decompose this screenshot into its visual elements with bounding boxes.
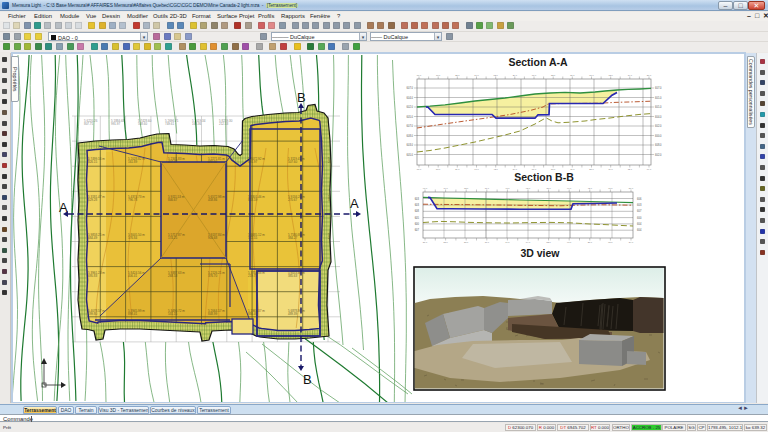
svg-text:3D view: 3D view xyxy=(520,247,560,259)
svg-text:384.27: 384.27 xyxy=(288,236,298,240)
svg-text:72.0: 72.0 xyxy=(628,168,633,170)
svg-text:684.49: 684.49 xyxy=(88,236,98,240)
svg-text:42.0: 42.0 xyxy=(494,168,499,170)
svg-text:5 9758.57 m: 5 9758.57 m xyxy=(328,309,345,313)
svg-text:603: 603 xyxy=(415,197,420,201)
svg-text:600.0: 600.0 xyxy=(655,134,662,138)
svg-text:531.15: 531.15 xyxy=(168,312,178,316)
svg-text:600: 600 xyxy=(637,216,642,220)
svg-text:25.0: 25.0 xyxy=(589,168,594,170)
svg-text:326.15: 326.15 xyxy=(88,160,98,164)
svg-text:B: B xyxy=(297,90,306,105)
svg-text:70.0: 70.0 xyxy=(570,168,575,170)
svg-text:82.0: 82.0 xyxy=(494,74,499,76)
svg-text:603: 603 xyxy=(637,203,642,207)
svg-text:38.0: 38.0 xyxy=(588,241,593,243)
svg-text:29.0: 29.0 xyxy=(455,168,460,170)
svg-text:74.0: 74.0 xyxy=(526,241,531,243)
svg-text:898.41: 898.41 xyxy=(128,312,138,316)
svg-text:385.63: 385.63 xyxy=(288,274,298,278)
svg-text:602.0: 602.0 xyxy=(407,105,414,109)
svg-text:508.60: 508.60 xyxy=(138,122,148,126)
svg-text:991.97: 991.97 xyxy=(111,122,121,126)
svg-text:56.0: 56.0 xyxy=(570,74,575,76)
svg-text:34.0: 34.0 xyxy=(629,241,634,243)
svg-text:16.0: 16.0 xyxy=(436,74,441,76)
svg-text:24.0: 24.0 xyxy=(609,168,614,170)
svg-text:604.0: 604.0 xyxy=(407,96,414,100)
svg-text:31.0: 31.0 xyxy=(423,241,428,243)
svg-text:458.86: 458.86 xyxy=(208,198,218,202)
svg-text:606: 606 xyxy=(637,197,642,201)
svg-text:76.0: 76.0 xyxy=(608,187,613,189)
svg-text:686.50: 686.50 xyxy=(208,160,218,164)
svg-text:88.0: 88.0 xyxy=(589,74,594,76)
svg-text:88.0: 88.0 xyxy=(608,241,613,243)
svg-text:286.43: 286.43 xyxy=(328,236,338,240)
svg-text:52.0: 52.0 xyxy=(546,241,551,243)
svg-text:603: 603 xyxy=(415,203,420,207)
svg-text:604: 604 xyxy=(637,222,642,226)
svg-text:605.0: 605.0 xyxy=(407,115,414,119)
svg-text:886.46: 886.46 xyxy=(248,312,258,316)
svg-text:B: B xyxy=(303,372,312,387)
svg-text:54.0: 54.0 xyxy=(513,168,518,170)
svg-text:602.0: 602.0 xyxy=(655,153,662,157)
svg-text:280.29: 280.29 xyxy=(328,160,338,164)
svg-text:600: 600 xyxy=(415,222,420,226)
svg-text:608.0: 608.0 xyxy=(407,134,414,138)
svg-text:168.36: 168.36 xyxy=(192,122,202,126)
svg-text:603.0: 603.0 xyxy=(407,143,414,147)
svg-text:87.0: 87.0 xyxy=(532,168,537,170)
svg-text:691.97: 691.97 xyxy=(248,160,258,164)
svg-text:376.70: 376.70 xyxy=(208,274,218,278)
svg-text:56.0: 56.0 xyxy=(551,168,556,170)
svg-text:338.11: 338.11 xyxy=(328,198,337,202)
svg-text:98.0: 98.0 xyxy=(423,187,428,189)
svg-text:807.75: 807.75 xyxy=(84,122,94,126)
svg-text:604: 604 xyxy=(637,228,642,232)
svg-text:407.77: 407.77 xyxy=(168,160,178,164)
svg-text:174.25: 174.25 xyxy=(168,236,178,240)
svg-text:604.0: 604.0 xyxy=(655,115,662,119)
svg-text:A: A xyxy=(59,200,68,215)
svg-text:A: A xyxy=(350,196,359,211)
svg-text:749.61: 749.61 xyxy=(165,122,175,126)
svg-text:796.78: 796.78 xyxy=(128,198,138,202)
svg-text:601.0: 601.0 xyxy=(655,96,662,100)
svg-text:608.0: 608.0 xyxy=(655,143,662,147)
svg-text:19.0: 19.0 xyxy=(628,74,633,76)
svg-text:91.0: 91.0 xyxy=(567,241,572,243)
svg-text:916.68: 916.68 xyxy=(208,236,218,240)
svg-text:268.53: 268.53 xyxy=(168,274,178,278)
svg-text:724.82: 724.82 xyxy=(328,312,338,316)
svg-text:38.0: 38.0 xyxy=(464,241,469,243)
svg-text:99.0: 99.0 xyxy=(567,187,572,189)
svg-text:48.0: 48.0 xyxy=(505,187,510,189)
svg-text:161.89: 161.89 xyxy=(128,160,138,164)
svg-text:92.0: 92.0 xyxy=(526,187,531,189)
svg-text:607: 607 xyxy=(637,209,642,213)
svg-text:79.0: 79.0 xyxy=(505,241,510,243)
svg-text:605: 605 xyxy=(415,216,420,220)
svg-text:Section A-A: Section A-A xyxy=(508,56,568,68)
svg-text:21.0: 21.0 xyxy=(546,187,551,189)
svg-text:608: 608 xyxy=(415,209,420,213)
svg-text:23.0: 23.0 xyxy=(455,74,460,76)
svg-text:507.60: 507.60 xyxy=(288,160,298,164)
svg-text:833.59: 833.59 xyxy=(248,198,258,202)
svg-text:607.0: 607.0 xyxy=(655,86,662,90)
svg-text:79.0: 79.0 xyxy=(443,187,448,189)
svg-text:78.0: 78.0 xyxy=(485,241,490,243)
svg-text:43.0: 43.0 xyxy=(588,187,593,189)
svg-text:212.53: 212.53 xyxy=(219,122,229,126)
svg-text:91.0: 91.0 xyxy=(474,168,479,170)
svg-text:86.0: 86.0 xyxy=(417,74,422,76)
svg-text:406.41: 406.41 xyxy=(128,274,138,278)
svg-text:602.0: 602.0 xyxy=(655,124,662,128)
svg-text:199.80: 199.80 xyxy=(88,312,98,316)
svg-text:572.55: 572.55 xyxy=(248,236,258,240)
svg-text:Section B-B: Section B-B xyxy=(514,171,574,183)
svg-text:695.83: 695.83 xyxy=(88,274,98,278)
svg-text:36.0: 36.0 xyxy=(647,74,652,76)
